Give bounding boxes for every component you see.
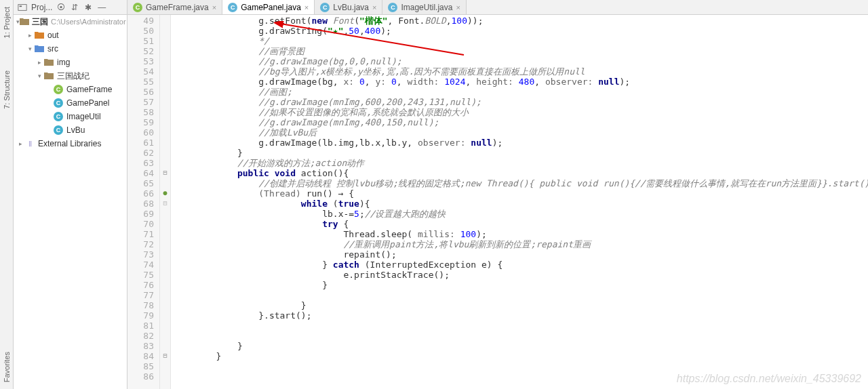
folder-icon	[43, 58, 54, 66]
java-class-icon: C	[53, 98, 64, 108]
code-editor[interactable]: 4950515253545556575859606162636465666869…	[127, 15, 868, 389]
tree-class-gameframe[interactable]: CGameFrame	[14, 83, 127, 96]
tree-label: 三国战纪	[54, 70, 90, 82]
project-tool-button[interactable]: 1: Project	[3, 7, 11, 38]
java-class-icon: C	[53, 112, 64, 121]
tab-gamepanel[interactable]: CGamePanel.java×	[222, 0, 315, 14]
tree-label: LvBu	[64, 125, 85, 135]
project-tree: ▾三国 C:\Users\Administrator▸out▾src▸img▾三…	[14, 15, 127, 389]
java-class-icon: C	[320, 3, 330, 12]
svg-rect-1	[20, 5, 22, 7]
tree-label: External Libraries	[35, 139, 101, 148]
close-icon[interactable]: ×	[304, 3, 309, 12]
tab-label: LvBu.java	[333, 3, 369, 12]
tree-label: out	[45, 30, 59, 40]
toolbar: Proj... ⦿ ⇵ ✱ — CGameFrame.java×CGamePan…	[14, 0, 868, 15]
folder-icon	[43, 72, 54, 80]
project-tool-header: Proj... ⦿ ⇵ ✱ —	[14, 0, 127, 14]
code-area[interactable]: g.setFont(new Font("楷体", Font.BOLD,100))…	[171, 15, 868, 389]
folder-icon	[34, 45, 45, 53]
folder-icon	[20, 18, 29, 26]
tree-root[interactable]: ▾三国 C:\Users\Administrator	[14, 15, 127, 28]
tree-class-gamepanel[interactable]: CGamePanel	[14, 96, 127, 110]
favorites-tool-button[interactable]: Favorites	[3, 352, 11, 382]
left-tool-strip: 1: Project 7: Structure Favorites	[0, 0, 14, 389]
library-icon: ⫴	[24, 139, 35, 148]
structure-tool-button[interactable]: 7: Structure	[3, 70, 11, 109]
folder-icon	[34, 31, 45, 39]
tree-package[interactable]: ▾三国战纪	[14, 69, 127, 83]
close-icon[interactable]: ×	[212, 3, 216, 12]
editor-tabs: CGameFrame.java×CGamePanel.java×CLvBu.ja…	[127, 0, 467, 14]
tree-label: img	[54, 58, 70, 67]
project-tool-label: Proj...	[31, 3, 52, 12]
gear-icon[interactable]: ✱	[83, 3, 93, 12]
tree-label: ImageUtil	[64, 112, 101, 121]
tab-label: GamePanel.java	[241, 3, 301, 12]
tree-class-imageutil[interactable]: CImageUtil	[14, 110, 127, 123]
tree-src[interactable]: ▾src	[14, 42, 127, 56]
target-icon[interactable]: ⦿	[56, 3, 66, 12]
tree-label: src	[45, 44, 58, 54]
java-class-icon: C	[53, 85, 64, 94]
tree-class-lvbu[interactable]: CLvBu	[14, 123, 127, 137]
tab-lvbu[interactable]: CLvBu.java×	[315, 0, 382, 14]
tab-label: GameFrame.java	[146, 3, 209, 12]
close-icon[interactable]: ×	[456, 3, 460, 12]
tab-imageutil[interactable]: CImageUtil.java×	[382, 0, 466, 14]
collapse-icon[interactable]: ⇵	[70, 3, 79, 12]
hide-icon[interactable]: —	[97, 3, 106, 12]
svg-rect-0	[18, 4, 26, 10]
tree-arrow-icon: ▸	[16, 140, 24, 147]
java-class-icon: C	[388, 3, 397, 12]
tree-external-libraries[interactable]: ▸⫴External Libraries	[14, 137, 127, 150]
tree-label: GamePanel	[64, 98, 109, 108]
tree-arrow-icon: ▸	[35, 59, 43, 66]
tree-arrow-icon: ▾	[26, 45, 34, 52]
tree-arrow-icon: ▾	[35, 73, 43, 79]
marker-gutter: ⊟● ⊟⊟	[160, 15, 171, 389]
tree-arrow-icon: ▸	[26, 32, 34, 39]
java-class-icon: C	[133, 3, 142, 12]
java-class-icon: C	[53, 125, 64, 135]
tree-label: GameFrame	[64, 85, 112, 94]
tab-label: ImageUtil.java	[401, 3, 452, 12]
tab-gameframe[interactable]: CGameFrame.java×	[127, 0, 222, 14]
tree-label: 三国	[29, 16, 48, 28]
java-class-icon: C	[228, 3, 237, 12]
tree-img[interactable]: ▸img	[14, 56, 127, 69]
line-number-gutter: 4950515253545556575859606162636465666869…	[127, 15, 160, 389]
project-icon	[18, 3, 27, 12]
close-icon[interactable]: ×	[372, 3, 376, 12]
tree-out[interactable]: ▸out	[14, 28, 127, 42]
